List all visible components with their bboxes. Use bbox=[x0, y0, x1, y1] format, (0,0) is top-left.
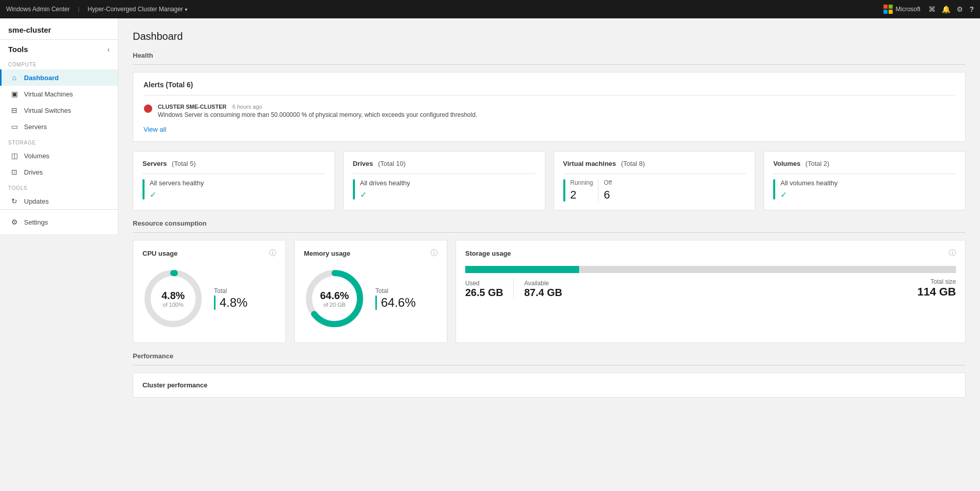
drives-check-icon: ✓ bbox=[360, 190, 536, 200]
vm-off-stat: Off 6 bbox=[604, 179, 612, 202]
servers-card-title: Servers (Total 5) bbox=[142, 160, 325, 167]
health-card-servers: Servers (Total 5) All servers healthy ✓ bbox=[133, 151, 335, 210]
health-card-volumes: Volumes (Total 2) All volumes healthy ✓ bbox=[763, 151, 966, 210]
memory-percent: 64.6% bbox=[320, 290, 349, 302]
memory-donut: 64.6% of 20 GB bbox=[304, 268, 365, 329]
terminal-icon[interactable]: ⌘ bbox=[928, 5, 936, 13]
topbar-manager[interactable]: Hyper-Converged Cluster Manager ▾ bbox=[88, 6, 188, 13]
vm-running-value: 2 bbox=[570, 188, 593, 202]
alert-message: Windows Server is consuming more than 50… bbox=[158, 111, 955, 118]
vm-stats: Running 2 Off 6 bbox=[570, 179, 612, 202]
ms-logo-red bbox=[883, 5, 888, 9]
memory-card: Memory usage ⓘ 64.6% of 20 GB bbox=[294, 240, 447, 343]
topbar-icons: ⌘ 🔔 ⚙ ? bbox=[928, 5, 974, 13]
cpu-info-icon[interactable]: ⓘ bbox=[269, 249, 276, 258]
memory-title: Memory usage bbox=[304, 250, 350, 257]
topbar-app-title: Windows Admin Center bbox=[6, 6, 70, 13]
alert-body: CLUSTER SME-CLUSTER 6 hours ago Windows … bbox=[158, 103, 955, 118]
cpu-subtext: of 100% bbox=[161, 302, 185, 308]
ms-logo-yellow bbox=[889, 10, 893, 14]
tools-header: Tools ‹ bbox=[0, 40, 118, 57]
drives-icon: ⊡ bbox=[10, 168, 19, 176]
vm-status: Running 2 Off 6 bbox=[563, 179, 746, 202]
section-tools-label: TOOLS bbox=[0, 180, 118, 193]
server-icon: ▭ bbox=[10, 122, 19, 131]
memory-subtext: of 20 GB bbox=[320, 302, 349, 308]
health-section-label: Health bbox=[133, 52, 966, 59]
vm-off-label: Off bbox=[604, 179, 612, 186]
storage-available: Available 87.4 GB bbox=[524, 280, 562, 299]
sidebar-item-label: Virtual Machines bbox=[24, 90, 73, 98]
sidebar-wrapper: sme-cluster Tools ‹ COMPUTE ⌂ Dashboard … bbox=[0, 18, 118, 491]
servers-check-icon: ✓ bbox=[150, 190, 325, 200]
storage-info-icon[interactable]: ⓘ bbox=[949, 249, 956, 258]
ms-logo-blue bbox=[883, 10, 888, 14]
sidebar-item-label: Drives bbox=[24, 168, 43, 176]
alerts-title: Alerts (Total 6) bbox=[144, 81, 955, 89]
resource-cards: CPU usage ⓘ 4.8% of 100% bbox=[133, 240, 966, 343]
storage-bar-container bbox=[465, 266, 956, 273]
gear-icon[interactable]: ⚙ bbox=[957, 5, 963, 13]
sidebar-item-virtual-machines[interactable]: ▣ Virtual Machines bbox=[0, 86, 118, 102]
topbar-separator: | bbox=[78, 6, 80, 12]
sidebar-item-label: Settings bbox=[24, 218, 48, 226]
cpu-title: CPU usage bbox=[142, 250, 178, 257]
sidebar-item-label: Updates bbox=[24, 198, 49, 205]
alert-row: ⬤ CLUSTER SME-CLUSTER 6 hours ago Window… bbox=[144, 100, 955, 121]
volumes-check-icon: ✓ bbox=[780, 190, 956, 200]
memory-donut-wrapper: 64.6% of 20 GB Total 64.6% bbox=[304, 263, 438, 334]
bell-icon[interactable]: 🔔 bbox=[942, 5, 950, 13]
storage-used-value: 26.5 GB bbox=[465, 287, 503, 299]
collapse-sidebar-icon[interactable]: ‹ bbox=[107, 45, 110, 54]
sidebar-item-updates[interactable]: ↻ Updates bbox=[0, 193, 118, 209]
volumes-status: All volumes healthy ✓ bbox=[773, 179, 956, 200]
cpu-donut-wrapper: 4.8% of 100% Total 4.8% bbox=[142, 263, 276, 334]
sidebar-item-volumes[interactable]: ◫ Volumes bbox=[0, 148, 118, 164]
health-card-vms: Virtual machines (Total 8) Running 2 Off… bbox=[554, 151, 756, 210]
alert-cluster: CLUSTER SME-CLUSTER bbox=[158, 104, 226, 110]
performance-card-title: Cluster performance bbox=[142, 381, 956, 389]
drives-card-title: Drives (Total 10) bbox=[353, 160, 536, 167]
tools-label: Tools bbox=[8, 45, 28, 54]
storage-used: Used 26.5 GB bbox=[465, 280, 503, 299]
storage-available-value: 87.4 GB bbox=[524, 287, 562, 299]
storage-divider-vertical bbox=[513, 278, 514, 299]
updates-icon: ↻ bbox=[10, 197, 19, 205]
cpu-card: CPU usage ⓘ 4.8% of 100% bbox=[133, 240, 286, 343]
cpu-card-header: CPU usage ⓘ bbox=[142, 249, 276, 258]
sidebar-item-virtual-switches[interactable]: ⊟ Virtual Switches bbox=[0, 102, 118, 118]
cpu-legend-label: Total bbox=[214, 287, 248, 294]
drives-status-content: All drives healthy ✓ bbox=[360, 179, 536, 200]
storage-total-label: Total size bbox=[917, 278, 956, 285]
sidebar-item-dashboard[interactable]: ⌂ Dashboard bbox=[0, 69, 118, 86]
storage-card-header: Storage usage ⓘ bbox=[465, 249, 956, 258]
sidebar-item-servers[interactable]: ▭ Servers bbox=[0, 118, 118, 135]
cluster-name: sme-cluster bbox=[0, 18, 118, 40]
servers-status: All servers healthy ✓ bbox=[142, 179, 325, 200]
volumes-status-text: All volumes healthy bbox=[780, 179, 956, 187]
cpu-legend: Total 4.8% bbox=[214, 287, 248, 310]
health-cards: Servers (Total 5) All servers healthy ✓ … bbox=[133, 151, 966, 210]
sidebar-item-label: Virtual Switches bbox=[24, 107, 71, 114]
section-storage-label: STORAGE bbox=[0, 135, 118, 148]
storage-bar-track bbox=[465, 266, 956, 273]
vm-off-value: 6 bbox=[604, 188, 612, 202]
memory-info-icon[interactable]: ⓘ bbox=[431, 249, 438, 258]
storage-card: Storage usage ⓘ Used 26.5 GB Available bbox=[456, 240, 966, 343]
page-title: Dashboard bbox=[133, 31, 966, 42]
volumes-health-bar bbox=[773, 179, 775, 200]
storage-total-value: 114 GB bbox=[917, 285, 956, 299]
chevron-down-icon: ▾ bbox=[185, 7, 187, 12]
drives-health-bar bbox=[353, 179, 355, 200]
memory-legend-label: Total bbox=[375, 287, 416, 294]
help-icon[interactable]: ? bbox=[969, 5, 974, 13]
health-card-drives: Drives (Total 10) All drives healthy ✓ bbox=[343, 151, 545, 210]
storage-bar-fill bbox=[465, 266, 579, 273]
view-all-link[interactable]: View all bbox=[144, 126, 166, 133]
storage-stats: Used 26.5 GB Available 87.4 GB Total siz… bbox=[465, 278, 956, 299]
sidebar-item-drives[interactable]: ⊡ Drives bbox=[0, 164, 118, 180]
sidebar-item-settings[interactable]: ⚙ Settings bbox=[0, 214, 118, 230]
sidebar-bottom: ⚙ Settings bbox=[0, 209, 118, 234]
storage-used-label: Used bbox=[465, 280, 503, 287]
switch-icon: ⊟ bbox=[10, 106, 19, 114]
